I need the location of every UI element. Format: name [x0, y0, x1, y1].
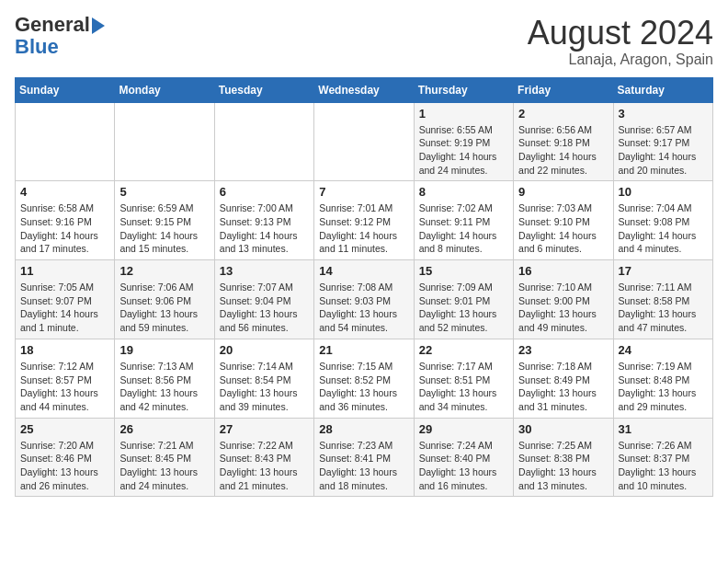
day-detail: Sunrise: 6:55 AM Sunset: 9:19 PM Dayligh… — [419, 123, 508, 178]
calendar-cell: 14Sunrise: 7:08 AM Sunset: 9:03 PM Dayli… — [314, 260, 414, 339]
day-number: 14 — [319, 264, 408, 278]
calendar-cell: 5Sunrise: 6:59 AM Sunset: 9:15 PM Daylig… — [115, 181, 214, 260]
col-header-saturday: Saturday — [613, 77, 712, 102]
calendar-week-row: 11Sunrise: 7:05 AM Sunset: 9:07 PM Dayli… — [16, 260, 713, 339]
day-detail: Sunrise: 7:15 AM Sunset: 8:52 PM Dayligh… — [319, 360, 408, 414]
calendar-cell: 17Sunrise: 7:11 AM Sunset: 8:58 PM Dayli… — [613, 260, 712, 339]
day-detail: Sunrise: 7:25 AM Sunset: 8:38 PM Dayligh… — [518, 439, 608, 493]
day-number: 4 — [20, 185, 109, 199]
day-detail: Sunrise: 7:19 AM Sunset: 8:48 PM Dayligh… — [619, 360, 708, 414]
day-detail: Sunrise: 7:22 AM Sunset: 8:43 PM Dayligh… — [220, 439, 309, 493]
day-detail: Sunrise: 7:05 AM Sunset: 9:07 PM Dayligh… — [20, 281, 109, 335]
calendar-cell: 18Sunrise: 7:12 AM Sunset: 8:57 PM Dayli… — [16, 339, 115, 418]
day-detail: Sunrise: 7:11 AM Sunset: 8:58 PM Dayligh… — [619, 281, 708, 335]
day-number: 27 — [220, 422, 309, 436]
day-detail: Sunrise: 7:12 AM Sunset: 8:57 PM Dayligh… — [20, 360, 109, 414]
col-header-tuesday: Tuesday — [214, 77, 313, 102]
logo-text-blue: Blue — [15, 35, 59, 59]
day-detail: Sunrise: 7:17 AM Sunset: 8:51 PM Dayligh… — [419, 360, 508, 414]
calendar-cell: 6Sunrise: 7:00 AM Sunset: 9:13 PM Daylig… — [214, 181, 313, 260]
day-detail: Sunrise: 6:56 AM Sunset: 9:18 PM Dayligh… — [518, 123, 608, 178]
day-detail: Sunrise: 7:01 AM Sunset: 9:12 PM Dayligh… — [319, 201, 408, 256]
day-detail: Sunrise: 7:23 AM Sunset: 8:41 PM Dayligh… — [319, 439, 408, 493]
day-detail: Sunrise: 7:06 AM Sunset: 9:06 PM Dayligh… — [119, 281, 209, 335]
day-number: 12 — [119, 264, 209, 278]
day-number: 25 — [20, 422, 109, 436]
day-detail: Sunrise: 7:24 AM Sunset: 8:40 PM Dayligh… — [419, 439, 508, 493]
calendar-title: August 2024 — [528, 15, 713, 52]
col-header-monday: Monday — [115, 77, 214, 102]
day-number: 18 — [20, 343, 109, 357]
calendar-week-row: 4Sunrise: 6:58 AM Sunset: 9:16 PM Daylig… — [16, 181, 713, 260]
col-header-sunday: Sunday — [16, 77, 115, 102]
calendar-cell: 9Sunrise: 7:03 AM Sunset: 9:10 PM Daylig… — [514, 181, 613, 260]
day-number: 26 — [119, 422, 209, 436]
calendar-cell: 15Sunrise: 7:09 AM Sunset: 9:01 PM Dayli… — [414, 260, 513, 339]
day-number: 31 — [619, 422, 708, 436]
day-number: 30 — [518, 422, 608, 436]
day-detail: Sunrise: 7:08 AM Sunset: 9:03 PM Dayligh… — [319, 281, 408, 335]
calendar-cell: 23Sunrise: 7:18 AM Sunset: 8:49 PM Dayli… — [514, 339, 613, 418]
calendar-cell: 16Sunrise: 7:10 AM Sunset: 9:00 PM Dayli… — [514, 260, 613, 339]
day-number: 29 — [419, 422, 508, 436]
header: General Blue August 2024 Lanaja, Aragon,… — [15, 15, 713, 68]
calendar-cell — [314, 102, 414, 181]
calendar-subtitle: Lanaja, Aragon, Spain — [528, 52, 713, 68]
day-number: 22 — [419, 343, 508, 357]
calendar-cell: 21Sunrise: 7:15 AM Sunset: 8:52 PM Dayli… — [314, 339, 414, 418]
day-number: 2 — [518, 107, 608, 121]
calendar-cell: 19Sunrise: 7:13 AM Sunset: 8:56 PM Dayli… — [115, 339, 214, 418]
day-detail: Sunrise: 7:13 AM Sunset: 8:56 PM Dayligh… — [119, 360, 209, 414]
calendar-table: SundayMondayTuesdayWednesdayThursdayFrid… — [15, 77, 713, 498]
title-area: August 2024 Lanaja, Aragon, Spain — [528, 15, 713, 68]
day-number: 7 — [319, 185, 408, 199]
calendar-cell: 12Sunrise: 7:06 AM Sunset: 9:06 PM Dayli… — [115, 260, 214, 339]
day-detail: Sunrise: 7:04 AM Sunset: 9:08 PM Dayligh… — [619, 201, 708, 256]
day-detail: Sunrise: 6:59 AM Sunset: 9:15 PM Dayligh… — [119, 201, 209, 256]
calendar-cell: 22Sunrise: 7:17 AM Sunset: 8:51 PM Dayli… — [414, 339, 513, 418]
day-detail: Sunrise: 7:20 AM Sunset: 8:46 PM Dayligh… — [20, 439, 109, 493]
calendar-cell: 8Sunrise: 7:02 AM Sunset: 9:11 PM Daylig… — [414, 181, 513, 260]
day-detail: Sunrise: 6:57 AM Sunset: 9:17 PM Dayligh… — [619, 123, 708, 178]
calendar-cell: 1Sunrise: 6:55 AM Sunset: 9:19 PM Daylig… — [414, 102, 513, 181]
calendar-cell: 10Sunrise: 7:04 AM Sunset: 9:08 PM Dayli… — [613, 181, 712, 260]
day-number: 9 — [518, 185, 608, 199]
day-detail: Sunrise: 7:07 AM Sunset: 9:04 PM Dayligh… — [220, 281, 309, 335]
day-number: 23 — [518, 343, 608, 357]
day-number: 10 — [619, 185, 708, 199]
day-number: 11 — [20, 264, 109, 278]
day-number: 24 — [619, 343, 708, 357]
day-detail: Sunrise: 7:03 AM Sunset: 9:10 PM Dayligh… — [518, 201, 608, 256]
logo-arrow-icon — [92, 17, 105, 34]
day-number: 19 — [119, 343, 209, 357]
day-detail: Sunrise: 7:10 AM Sunset: 9:00 PM Dayligh… — [518, 281, 608, 335]
calendar-cell: 30Sunrise: 7:25 AM Sunset: 8:38 PM Dayli… — [514, 418, 613, 497]
day-number: 21 — [319, 343, 408, 357]
calendar-cell: 27Sunrise: 7:22 AM Sunset: 8:43 PM Dayli… — [214, 418, 313, 497]
col-header-thursday: Thursday — [414, 77, 513, 102]
calendar-cell: 4Sunrise: 6:58 AM Sunset: 9:16 PM Daylig… — [16, 181, 115, 260]
calendar-cell: 28Sunrise: 7:23 AM Sunset: 8:41 PM Dayli… — [314, 418, 414, 497]
day-number: 28 — [319, 422, 408, 436]
calendar-cell: 2Sunrise: 6:56 AM Sunset: 9:18 PM Daylig… — [514, 102, 613, 181]
calendar-week-row: 1Sunrise: 6:55 AM Sunset: 9:19 PM Daylig… — [16, 102, 713, 181]
day-number: 8 — [419, 185, 508, 199]
logo-text-general: General — [15, 15, 90, 35]
day-number: 6 — [220, 185, 309, 199]
day-number: 17 — [619, 264, 708, 278]
calendar-cell: 24Sunrise: 7:19 AM Sunset: 8:48 PM Dayli… — [613, 339, 712, 418]
calendar-cell — [214, 102, 313, 181]
day-detail: Sunrise: 7:26 AM Sunset: 8:37 PM Dayligh… — [619, 439, 708, 493]
day-number: 1 — [419, 107, 508, 121]
col-header-wednesday: Wednesday — [314, 77, 414, 102]
calendar-cell: 20Sunrise: 7:14 AM Sunset: 8:54 PM Dayli… — [214, 339, 313, 418]
day-detail: Sunrise: 6:58 AM Sunset: 9:16 PM Dayligh… — [20, 201, 109, 256]
col-header-friday: Friday — [514, 77, 613, 102]
calendar-cell — [115, 102, 214, 181]
day-detail: Sunrise: 7:18 AM Sunset: 8:49 PM Dayligh… — [518, 360, 608, 414]
calendar-cell: 31Sunrise: 7:26 AM Sunset: 8:37 PM Dayli… — [613, 418, 712, 497]
day-number: 20 — [220, 343, 309, 357]
calendar-cell: 11Sunrise: 7:05 AM Sunset: 9:07 PM Dayli… — [16, 260, 115, 339]
calendar-cell: 3Sunrise: 6:57 AM Sunset: 9:17 PM Daylig… — [613, 102, 712, 181]
logo: General Blue — [15, 15, 105, 59]
